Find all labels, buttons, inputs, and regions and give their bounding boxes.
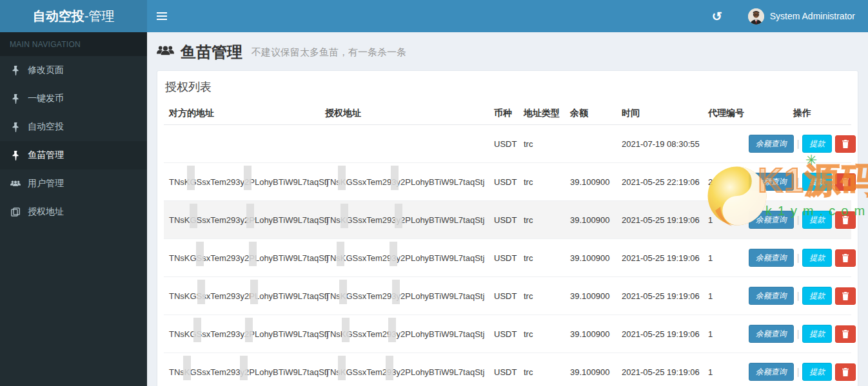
cell-time: 2021-05-25 22:19:06 — [616, 163, 703, 201]
cell-auth-address: TNsKGSsxTem293y2PLohyBTiW9L7taqStj — [320, 239, 489, 277]
delete-button[interactable] — [835, 249, 856, 267]
cell-auth-address: TNsKGSsxTem293y2PLohyBTiW9L7taqStj — [320, 315, 489, 353]
cell-peer-address: TNsKGSsxTem293y2PLohyBTiW9L7taqStj — [164, 353, 320, 386]
redaction-mask — [187, 166, 195, 190]
cell-coin: USDT — [489, 315, 518, 353]
cell-agent-id: 1 — [703, 315, 753, 353]
cell-coin: USDT — [489, 125, 518, 163]
cell-agent-id: 1 — [703, 201, 753, 239]
hamburger-icon — [157, 12, 167, 14]
sidebar-section-label: MAIN NAVIGATION — [0, 32, 147, 56]
cell-peer-address: TNsKGSsxTem293y2PLohyBTiW9L7taqStj — [164, 201, 320, 239]
withdraw-button[interactable]: 提款 — [802, 363, 832, 381]
sidebar-item-auto-airdrop[interactable]: 自动空投 — [0, 113, 147, 141]
delete-button[interactable] — [835, 173, 856, 191]
user-menu[interactable]: System Administrator — [740, 0, 863, 32]
cell-balance: 39.100900 — [565, 163, 616, 201]
balance-query-button[interactable]: 余额查询 — [749, 173, 794, 191]
cell-operations: 余额查询 | 提款 — [753, 201, 851, 239]
user-name: System Administrator — [770, 11, 855, 21]
redaction-mask — [339, 280, 347, 304]
users-icon — [10, 180, 21, 188]
withdraw-button[interactable]: 提款 — [802, 173, 832, 191]
redaction-mask — [338, 166, 346, 190]
balance-query-button[interactable]: 余额查询 — [749, 135, 794, 153]
top-header: 自动空投-管理 ↺ — [0, 0, 868, 32]
cell-agent-id: 1 — [703, 239, 753, 277]
delete-button[interactable] — [835, 287, 856, 305]
users-icon — [157, 42, 174, 63]
cell-time: 2021-05-25 19:19:06 — [616, 277, 703, 315]
cell-address-type: trc — [518, 277, 565, 315]
table-row: TNsKGSsxTem293y2PLohyBTiW9L7taqStj TNsKG… — [164, 315, 851, 353]
cell-time: 2021-07-19 08:30:55 — [616, 125, 703, 163]
cell-coin: USDT — [489, 353, 518, 386]
sidebar-item-label: 用户管理 — [28, 178, 64, 189]
cell-address-type: trc — [518, 125, 565, 163]
panel-title: 授权列表 — [165, 79, 850, 95]
redaction-mask — [190, 204, 197, 228]
trash-icon — [842, 178, 849, 186]
sidebar-item-user-management[interactable]: 用户管理 — [0, 169, 147, 198]
cell-time: 2021-05-25 19:19:06 — [616, 201, 703, 239]
sidebar-toggle-button[interactable] — [147, 0, 176, 32]
cell-agent-id: 1 — [703, 353, 753, 386]
avatar-image — [748, 8, 764, 24]
redaction-mask — [246, 204, 254, 228]
withdraw-button[interactable]: 提款 — [802, 325, 832, 343]
withdraw-button[interactable]: 提款 — [802, 135, 832, 153]
navbar-right: ↺ System Administrator — [703, 0, 868, 32]
redaction-mask — [388, 318, 396, 342]
redaction-mask — [244, 166, 252, 190]
sidebar-menu: 修改页面一键发币自动空投鱼苗管理用户管理授权地址 — [0, 56, 147, 226]
cell-balance: 39.100900 — [565, 353, 616, 386]
cell-agent-id — [703, 125, 753, 163]
redaction-mask — [392, 280, 400, 304]
cell-operations: 余额查询 | 提款 — [753, 163, 851, 201]
history-button[interactable]: ↺ — [703, 0, 731, 32]
balance-query-button[interactable]: 余额查询 — [749, 287, 794, 305]
balance-query-button[interactable]: 余额查询 — [749, 211, 794, 229]
cell-auth-address: TNsKGSsxTem293y2PLohyBTiW9L7taqStj — [320, 163, 489, 201]
pin-icon — [10, 66, 21, 75]
withdraw-button[interactable]: 提款 — [802, 287, 832, 305]
delete-button[interactable] — [835, 363, 856, 381]
panel-header: 授权列表 — [157, 71, 858, 102]
content-wrapper: 鱼苗管理 不建议保留太多鱼苗，有一条杀一条 授权列表 对方的地址授权地址币种地址… — [147, 32, 868, 386]
column-header-address-type: 地址类型 — [518, 102, 565, 125]
cell-peer-address — [164, 125, 320, 163]
page-subtitle: 不建议保留太多鱼苗，有一条杀一条 — [252, 42, 406, 63]
trash-icon — [842, 368, 849, 376]
redaction-mask — [245, 318, 253, 342]
cell-coin: USDT — [489, 239, 518, 277]
action-separator: | — [797, 367, 800, 377]
column-header-balance: 余额 — [565, 102, 616, 125]
action-separator: | — [797, 291, 800, 301]
sidebar-item-label: 授权地址 — [28, 206, 64, 218]
balance-query-button[interactable]: 余额查询 — [749, 363, 794, 381]
table-row: TNsKGSsxTem293y2PLohyBTiW9L7taqStj TNsKG… — [164, 201, 851, 239]
delete-button[interactable] — [835, 211, 856, 229]
cell-coin: USDT — [489, 201, 518, 239]
withdraw-button[interactable]: 提款 — [802, 211, 832, 229]
sidebar-item-auth-address[interactable]: 授权地址 — [0, 198, 147, 226]
redaction-mask — [338, 356, 346, 380]
action-separator: | — [797, 329, 800, 339]
delete-button[interactable] — [835, 325, 856, 343]
cell-time: 2021-05-25 19:19:06 — [616, 353, 703, 386]
balance-query-button[interactable]: 余额查询 — [749, 249, 794, 267]
sidebar-item-one-click-issue[interactable]: 一键发币 — [0, 84, 147, 113]
balance-query-button[interactable]: 余额查询 — [749, 325, 794, 343]
authorization-panel: 授权列表 对方的地址授权地址币种地址类型余额时间代理编号操作 USDT trc … — [157, 70, 858, 386]
delete-button[interactable] — [835, 135, 856, 153]
sidebar-item-fish-management[interactable]: 鱼苗管理 — [0, 141, 147, 169]
column-header-operations: 操作 — [753, 102, 851, 125]
app-logo[interactable]: 自动空投-管理 — [0, 0, 147, 32]
action-separator: | — [797, 215, 800, 225]
withdraw-button[interactable]: 提款 — [802, 249, 832, 267]
column-header-auth-address: 授权地址 — [320, 102, 489, 125]
content: 授权列表 对方的地址授权地址币种地址类型余额时间代理编号操作 USDT trc … — [147, 70, 868, 386]
sidebar-item-modify-page[interactable]: 修改页面 — [0, 56, 147, 84]
pin-icon — [10, 122, 21, 132]
cell-balance: 39.100900 — [565, 239, 616, 277]
